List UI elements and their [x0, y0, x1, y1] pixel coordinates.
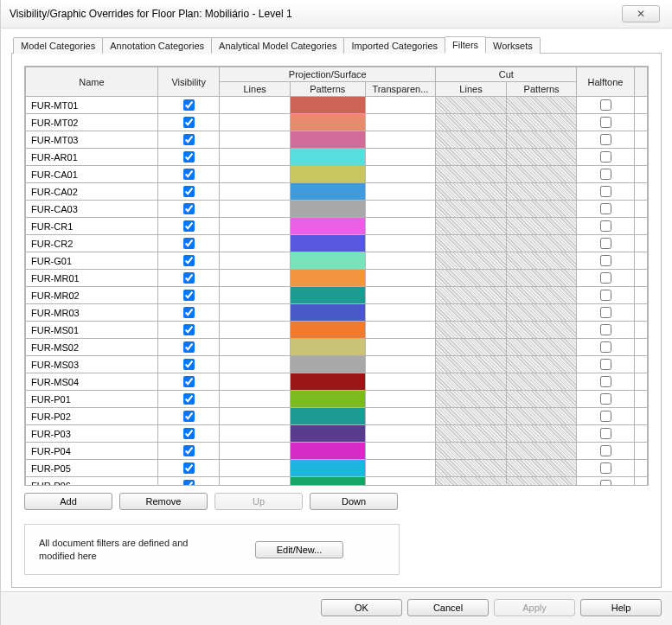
up-button[interactable]: Up: [214, 493, 303, 510]
proj-pattern-cell[interactable]: [290, 131, 365, 149]
visibility-checkbox[interactable]: [183, 411, 195, 422]
visibility-checkbox[interactable]: [183, 428, 195, 439]
proj-lines-cell[interactable]: [220, 443, 291, 460]
halftone-cell[interactable]: [577, 322, 634, 339]
tab-worksets[interactable]: Worksets: [485, 37, 541, 54]
table-row[interactable]: FUR-P05: [26, 460, 648, 477]
table-row[interactable]: FUR-MS04: [26, 373, 648, 391]
table-row[interactable]: FUR-MS01: [26, 322, 648, 339]
proj-transparency-cell[interactable]: [365, 252, 436, 270]
proj-lines-cell[interactable]: [220, 97, 291, 114]
proj-pattern-cell[interactable]: [290, 201, 365, 218]
visibility-checkbox[interactable]: [183, 186, 195, 197]
table-row[interactable]: FUR-MT01: [26, 97, 648, 114]
proj-lines-cell[interactable]: [220, 477, 291, 487]
halftone-checkbox[interactable]: [600, 117, 611, 128]
halftone-cell[interactable]: [577, 391, 634, 408]
halftone-cell[interactable]: [577, 408, 634, 425]
table-row[interactable]: FUR-P04: [26, 443, 648, 460]
halftone-checkbox[interactable]: [600, 134, 611, 145]
visibility-checkbox[interactable]: [183, 341, 195, 353]
proj-transparency-cell[interactable]: [365, 270, 436, 287]
proj-pattern-cell[interactable]: [290, 425, 365, 443]
proj-transparency-cell[interactable]: [365, 373, 436, 391]
tab-filters[interactable]: Filters: [445, 36, 486, 54]
visibility-cell[interactable]: [157, 114, 219, 131]
table-row[interactable]: FUR-CA02: [26, 183, 648, 201]
visibility-checkbox[interactable]: [183, 238, 195, 249]
halftone-cell[interactable]: [577, 114, 634, 131]
proj-transparency-cell[interactable]: [365, 166, 436, 183]
proj-lines-cell[interactable]: [220, 460, 291, 477]
proj-transparency-cell[interactable]: [365, 97, 436, 114]
filter-name-cell[interactable]: FUR-MS04: [26, 373, 158, 391]
visibility-checkbox[interactable]: [183, 169, 195, 180]
visibility-cell[interactable]: [157, 304, 219, 322]
proj-transparency-cell[interactable]: [365, 460, 436, 477]
proj-pattern-cell[interactable]: [290, 408, 365, 425]
col-visibility-header[interactable]: Visibility: [157, 67, 219, 97]
halftone-cell[interactable]: [577, 425, 634, 443]
tab-model-categories[interactable]: Model Categories: [13, 37, 103, 54]
visibility-cell[interactable]: [157, 218, 219, 235]
halftone-checkbox[interactable]: [600, 462, 611, 474]
close-button[interactable]: ✕: [622, 5, 660, 22]
proj-pattern-cell[interactable]: [290, 391, 365, 408]
proj-lines-cell[interactable]: [220, 322, 291, 339]
table-row[interactable]: FUR-MS02: [26, 339, 648, 356]
proj-transparency-cell[interactable]: [365, 235, 436, 252]
visibility-checkbox[interactable]: [183, 151, 195, 163]
visibility-cell[interactable]: [157, 252, 219, 270]
halftone-checkbox[interactable]: [600, 393, 611, 405]
halftone-checkbox[interactable]: [600, 376, 611, 387]
table-row[interactable]: FUR-MT03: [26, 131, 648, 149]
proj-pattern-cell[interactable]: [290, 218, 365, 235]
filter-name-cell[interactable]: FUR-AR01: [26, 149, 158, 166]
halftone-checkbox[interactable]: [600, 359, 611, 370]
halftone-checkbox[interactable]: [600, 203, 611, 214]
halftone-cell[interactable]: [577, 460, 634, 477]
table-row[interactable]: FUR-CR1: [26, 218, 648, 235]
proj-pattern-cell[interactable]: [290, 114, 365, 131]
col-cut-lines-header[interactable]: Lines: [436, 82, 507, 97]
proj-transparency-cell[interactable]: [365, 408, 436, 425]
visibility-cell[interactable]: [157, 97, 219, 114]
proj-transparency-cell[interactable]: [365, 183, 436, 201]
visibility-checkbox[interactable]: [183, 307, 195, 318]
visibility-checkbox[interactable]: [183, 220, 195, 232]
table-row[interactable]: FUR-CR2: [26, 235, 648, 252]
proj-pattern-cell[interactable]: [290, 339, 365, 356]
visibility-cell[interactable]: [157, 166, 219, 183]
filter-name-cell[interactable]: FUR-CA03: [26, 201, 158, 218]
filter-name-cell[interactable]: FUR-P02: [26, 408, 158, 425]
proj-lines-cell[interactable]: [220, 408, 291, 425]
halftone-checkbox[interactable]: [600, 480, 611, 486]
halftone-cell[interactable]: [577, 131, 634, 149]
proj-transparency-cell[interactable]: [365, 443, 436, 460]
halftone-checkbox[interactable]: [600, 272, 611, 284]
proj-pattern-cell[interactable]: [290, 149, 365, 166]
help-button[interactable]: Help: [580, 599, 662, 616]
proj-lines-cell[interactable]: [220, 391, 291, 408]
filter-name-cell[interactable]: FUR-MR02: [26, 287, 158, 304]
proj-lines-cell[interactable]: [220, 270, 291, 287]
apply-button[interactable]: Apply: [494, 599, 575, 616]
proj-pattern-cell[interactable]: [290, 183, 365, 201]
halftone-checkbox[interactable]: [600, 428, 611, 439]
table-row[interactable]: FUR-P06: [26, 477, 648, 487]
proj-transparency-cell[interactable]: [365, 131, 436, 149]
proj-lines-cell[interactable]: [220, 425, 291, 443]
visibility-cell[interactable]: [157, 339, 219, 356]
proj-lines-cell[interactable]: [220, 304, 291, 322]
halftone-cell[interactable]: [577, 339, 634, 356]
visibility-checkbox[interactable]: [183, 117, 195, 128]
proj-pattern-cell[interactable]: [290, 443, 365, 460]
halftone-cell[interactable]: [577, 287, 634, 304]
table-row[interactable]: FUR-MR03: [26, 304, 648, 322]
proj-lines-cell[interactable]: [220, 131, 291, 149]
halftone-cell[interactable]: [577, 218, 634, 235]
proj-pattern-cell[interactable]: [290, 304, 365, 322]
filter-name-cell[interactable]: FUR-CA02: [26, 183, 158, 201]
halftone-checkbox[interactable]: [600, 255, 611, 266]
proj-lines-cell[interactable]: [220, 149, 291, 166]
